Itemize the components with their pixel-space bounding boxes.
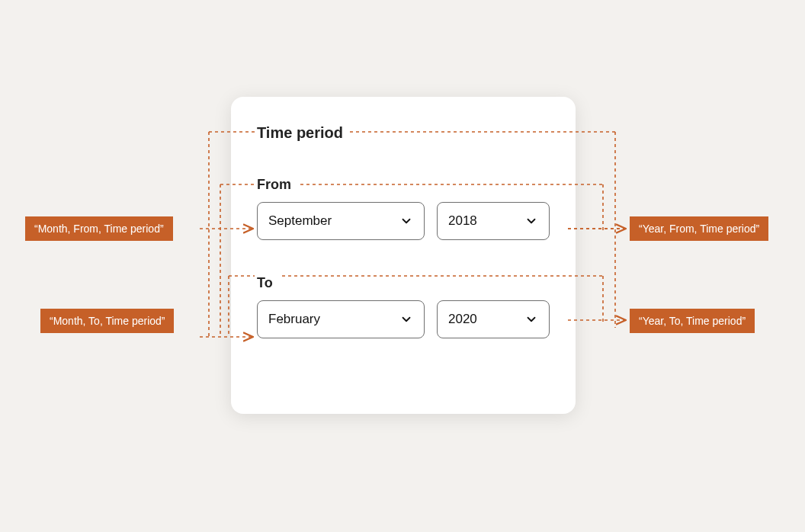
card-title: Time period: [257, 124, 550, 142]
to-month-value: February: [268, 312, 320, 327]
from-year-value: 2018: [448, 213, 477, 229]
from-label: From: [257, 177, 550, 193]
annotation-year-to: “Year, To, Time period”: [630, 309, 755, 333]
to-row: February 2020: [257, 300, 550, 338]
chevron-down-icon: [524, 214, 538, 228]
to-year-select[interactable]: 2020: [437, 300, 550, 338]
to-label: To: [257, 275, 550, 291]
from-month-select[interactable]: September: [257, 202, 425, 240]
chevron-down-icon: [399, 214, 413, 228]
from-row: September 2018: [257, 202, 550, 240]
annotation-year-from: “Year, From, Time period”: [630, 216, 768, 241]
time-period-card: Time period From September 2018 To Febru…: [231, 97, 576, 414]
to-year-value: 2020: [448, 312, 477, 327]
from-year-select[interactable]: 2018: [437, 202, 550, 240]
chevron-down-icon: [524, 312, 538, 326]
annotation-month-to: “Month, To, Time period”: [40, 309, 174, 333]
from-month-value: September: [268, 213, 332, 229]
chevron-down-icon: [399, 312, 413, 326]
annotation-month-from: “Month, From, Time period”: [25, 216, 173, 241]
to-month-select[interactable]: February: [257, 300, 425, 338]
